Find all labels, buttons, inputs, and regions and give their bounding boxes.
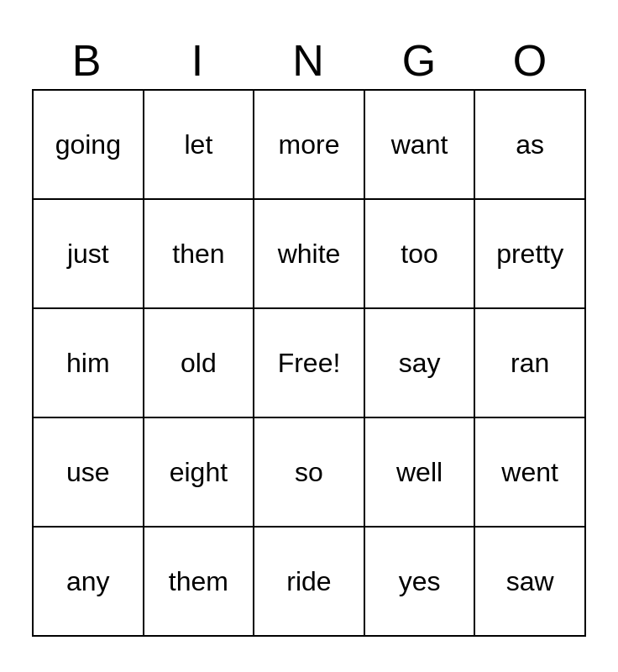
cell-1-3: too [364,199,475,308]
bingo-grid: going let more want as just then white t… [32,89,586,637]
cell-4-3: yes [364,527,475,636]
cell-2-1: old [144,308,254,417]
cell-0-3: want [364,90,475,199]
bingo-card: B I N G O going let more want as just th… [15,18,603,654]
table-row: use eight so well went [33,417,585,527]
table-row: any them ride yes saw [33,527,585,636]
cell-1-1: then [144,199,254,308]
cell-0-0: going [33,90,144,199]
cell-3-0: use [33,417,144,527]
cell-3-4: went [474,417,585,527]
cell-2-2-free: Free! [254,308,364,417]
cell-4-2: ride [254,527,364,636]
cell-3-3: well [364,417,475,527]
cell-1-4: pretty [474,199,585,308]
cell-2-0: him [33,308,144,417]
cell-4-1: them [144,527,254,636]
cell-1-0: just [33,199,144,308]
header-n: N [254,35,364,86]
cell-4-0: any [33,527,144,636]
header-b: B [32,35,143,86]
table-row: him old Free! say ran [33,308,585,417]
header-o: O [475,35,586,86]
cell-0-1: let [144,90,254,199]
cell-3-1: eight [144,417,254,527]
cell-2-4: ran [474,308,585,417]
cell-0-2: more [254,90,364,199]
table-row: just then white too pretty [33,199,585,308]
cell-1-2: white [254,199,364,308]
cell-0-4: as [474,90,585,199]
header-g: G [364,35,475,86]
bingo-header: B I N G O [32,35,586,86]
cell-4-4: saw [474,527,585,636]
cell-2-3: say [364,308,475,417]
cell-3-2: so [254,417,364,527]
header-i: I [143,35,254,86]
table-row: going let more want as [33,90,585,199]
